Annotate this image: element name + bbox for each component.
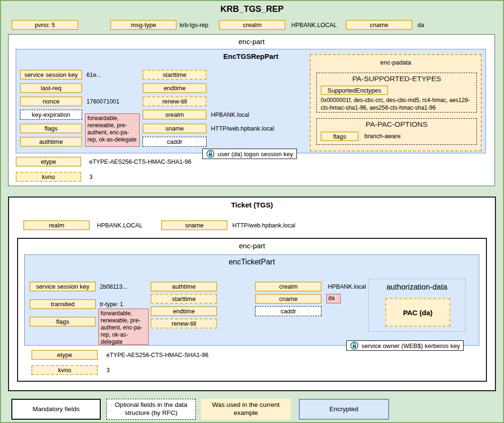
legend-mandatory: Mandatory fields: [11, 399, 101, 420]
field-key-expiration: key-expiration: [20, 110, 82, 120]
value-srealm: HPBANK.local: [211, 110, 249, 120]
krb-tgs-rep-diagram: KRB_TGS_REP pvno: 5 msg-type krb-tgs-rep…: [0, 0, 504, 423]
field-ticket-renew-till: renew-till: [151, 319, 217, 329]
field-ticket-crealm: crealm: [255, 282, 322, 291]
value-ticket-cname: da: [326, 294, 341, 303]
value-realm: HPBANK.LOCAL: [97, 220, 143, 230]
field-transited: transited: [29, 299, 96, 309]
field-rep-etype: etype: [16, 157, 81, 167]
field-msg-type: msg-type: [110, 20, 177, 30]
pac-box: PAC (da): [385, 298, 450, 327]
value-crealm: HPBANK.LOCAL: [291, 20, 337, 30]
field-renew-till: renew-till: [143, 96, 207, 106]
field-ticket-cname: cname: [255, 294, 322, 304]
rep-key-lock-text: user (da) logon session key: [218, 150, 293, 158]
authorization-data-box: authorization-data PAC (da): [368, 279, 466, 332]
field-caddr: caddr: [143, 137, 207, 147]
rep-enc-part-title: enc-part: [9, 38, 494, 46]
field-ticket-starttime: starttime: [151, 294, 217, 304]
field-ticket-caddr: caddr: [255, 306, 322, 316]
enc-ticket-part-panel: encTicketPart service session key 2b0811…: [24, 254, 479, 346]
enc-ticket-part-title: encTicketPart: [25, 258, 479, 266]
field-authtime: authtime: [20, 137, 82, 147]
field-flags: flags: [20, 123, 82, 133]
field-ticket-service-session-key: service session key: [29, 282, 96, 291]
lock-icon: [350, 341, 359, 350]
value-ticket-crealm: HPBANK.local: [328, 282, 366, 291]
value-flags: forwardable, renewable, pre-authent, enc…: [85, 113, 140, 147]
field-crealm: crealm: [219, 20, 285, 30]
pa-supported-etypes-box: PA-SUPPORTED-ETYPES SupportedEnctypes 0x…: [316, 73, 477, 113]
enc-tgs-rep-part-panel: EncTGSRepPart service session key 61e...…: [16, 49, 486, 153]
ticket-key-lock-label: service owner (WEB$) kerberos key: [346, 340, 464, 351]
field-endtime: endtime: [143, 83, 207, 93]
field-rep-kvno: kvno: [16, 172, 81, 182]
value-cname: da: [418, 20, 424, 30]
field-service-session-key: service session key: [20, 70, 82, 80]
field-pac-options-flags: flags: [321, 132, 359, 141]
rep-key-lock-label: user (da) logon session key: [202, 149, 297, 159]
pa-pac-options-title: PA-PAC-OPTIONS: [317, 120, 476, 129]
legend-encrypted: Encrypted: [299, 399, 389, 420]
authorization-data-title: authorization-data: [369, 283, 465, 291]
field-srealm: srealm: [143, 110, 207, 120]
field-supported-enctypes: SupportedEnctypes: [321, 85, 388, 95]
ticket-title: Ticket (TGS): [9, 201, 495, 209]
field-ticket-endtime: endtime: [151, 306, 217, 316]
value-ticket-flags: forwardable, renewable, pre-authent, enc…: [98, 309, 149, 345]
value-rep-kvno: 3: [89, 172, 93, 182]
field-ticket-kvno: kvno: [31, 365, 98, 375]
field-last-req: last-req: [20, 83, 82, 93]
ticket-enc-part-title: enc-part: [18, 242, 486, 250]
value-pac-options-flags: branch-aware: [364, 132, 400, 141]
value-ticket-etype: eTYPE-AES256-CTS-HMAC-SHA1-96: [106, 350, 209, 360]
field-cname: cname: [346, 20, 412, 30]
value-msg-type: krb-tgs-rep: [180, 20, 208, 30]
pa-pac-options-box: PA-PAC-OPTIONS flags branch-aware: [316, 118, 477, 145]
legend-used: Was used in the current example: [201, 399, 291, 420]
field-sname: sname: [143, 123, 207, 133]
lock-icon: [206, 150, 215, 158]
ticket-enc-part-panel: enc-part encTicketPart service session k…: [17, 238, 487, 382]
value-ticket-sname: HTTP/web.hpbank.local: [232, 220, 295, 230]
ticket-panel: Ticket (TGS) realm HPBANK.LOCAL sname HT…: [8, 197, 496, 391]
field-ticket-flags: flags: [29, 317, 96, 327]
field-ticket-etype: etype: [31, 350, 98, 360]
value-service-session-key: 61e...: [86, 70, 101, 80]
field-ticket-authtime: authtime: [151, 282, 217, 291]
page-title: KRB_TGS_REP: [1, 4, 503, 14]
value-transited: tr-type: 1: [100, 299, 123, 309]
field-nonce: nonce: [20, 96, 82, 106]
enc-padata-panel: enc-padata PA-SUPPORTED-ETYPES Supported…: [310, 54, 482, 151]
value-ticket-kvno: 3: [106, 365, 110, 375]
legend-optional: Optional fields in the data structure (b…: [106, 399, 196, 420]
ticket-key-lock-text: service owner (WEB$) kerberos key: [361, 342, 460, 349]
value-nonce: 1760071001: [86, 96, 120, 106]
field-realm: realm: [23, 220, 90, 230]
pa-supported-etypes-title: PA-SUPPORTED-ETYPES: [317, 75, 476, 83]
value-supported-enctypes: 0x0000001f, des-cbc-crc, des-cbc-md5, rc…: [321, 97, 475, 112]
field-ticket-sname: sname: [161, 220, 228, 230]
value-sname: HTTP/web.hpbank.local: [211, 123, 274, 133]
value-ticket-service-session-key: 2b08113...: [100, 282, 127, 291]
field-pvno: pvno: 5: [11, 20, 78, 30]
field-starttime: starttime: [143, 70, 207, 80]
rep-enc-part-panel: enc-part EncTGSRepPart service session k…: [8, 34, 495, 186]
value-rep-etype: eTYPE-AES256-CTS-HMAC-SHA1-96: [89, 157, 191, 167]
enc-padata-title: enc-padata: [311, 59, 481, 66]
